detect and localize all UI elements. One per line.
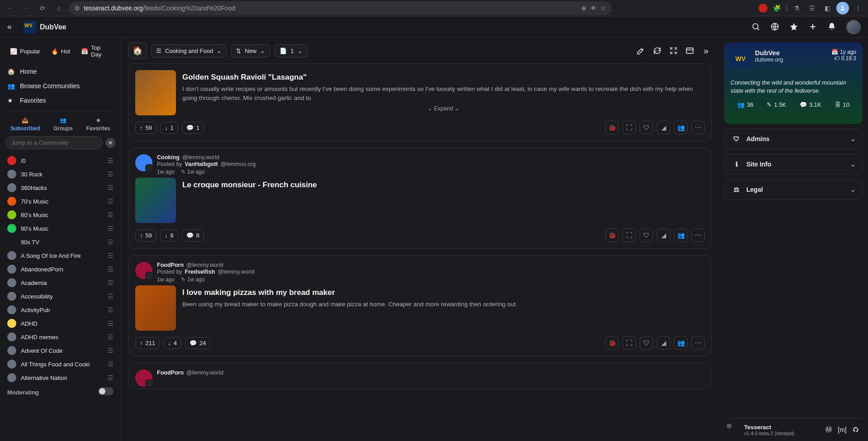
back-button[interactable]: ← [4,2,16,14]
community-item[interactable]: 30 Rock ☰ [0,167,121,181]
community-item[interactable]: AbandonedPorn ☰ [0,262,121,276]
community-item[interactable]: 80's Music ☰ [0,208,121,222]
community-menu-icon[interactable]: ☰ [108,320,114,327]
expand-sidebar-icon[interactable]: » [701,45,711,56]
community-item[interactable]: 90's Music ☰ [0,222,121,235]
community-name[interactable]: Cooking [157,154,180,161]
community-menu-icon[interactable]: ☰ [108,198,114,205]
community-item[interactable]: Alternative Nation ☰ [0,371,121,384]
post-thumbnail[interactable] [135,178,176,223]
expand-icon[interactable]: ⛶ [622,228,636,242]
author-name[interactable]: VanHalbgott [185,161,218,167]
comments-box[interactable]: 💬 1 [182,122,204,134]
home-button[interactable]: ⌂ [52,2,65,14]
community-menu-icon[interactable]: ☰ [108,184,114,191]
profile-avatar-icon[interactable] [836,2,849,14]
upvote-box[interactable]: ↑59 [135,229,157,242]
compose-icon[interactable] [636,45,646,56]
mastodon-icon[interactable]: Ⓜ [824,425,834,435]
accordion-siteinfo[interactable]: ℹ Site Info ⌄ [724,154,863,175]
card-view-icon[interactable] [684,45,695,56]
community-menu-icon[interactable]: ☰ [108,252,114,259]
community-item[interactable]: Advent Of Code ☰ [0,344,121,357]
community-menu-icon[interactable]: ☰ [108,238,114,246]
community-name[interactable]: FoodPorn [157,262,184,268]
url-bar[interactable]: ⚙ tesseract.dubvee.org/feeds/Cooking%20a… [69,1,612,15]
community-menu-icon[interactable]: ☰ [108,360,114,368]
upvote-box[interactable]: ↑211 [135,337,160,349]
community-item[interactable]: ADHD ☰ [0,317,121,330]
post-title[interactable]: Golden Squash Ravioli "Lasagna" [182,73,705,82]
author-name[interactable]: Fredselfish [185,269,215,275]
community-avatar[interactable] [135,154,152,171]
install-icon[interactable]: ⊕ [581,5,587,12]
downvote-box[interactable]: ↓ 1 [160,122,178,134]
post-thumbnail[interactable] [135,285,176,331]
post-title[interactable]: I love making pizzas with my bread maker [182,288,705,297]
community-menu-icon[interactable]: ☰ [108,157,114,164]
reload-button[interactable]: ⟳ [36,2,49,14]
expand-icon[interactable]: ⛶ [622,121,636,134]
community-item[interactable]: /0 ☰ [0,154,121,167]
community-menu-icon[interactable]: ☰ [108,225,114,232]
page-selector[interactable]: 📄 1 ⌄ [275,44,307,57]
community-item[interactable]: Academia ☰ [0,276,121,289]
flag-icon[interactable]: ◢ [657,228,670,242]
sidebar-tab-hot[interactable]: 🔥 Hot [47,42,75,61]
downvote-box[interactable]: ↓4 [163,337,181,349]
crosspost-icon[interactable]: 👥 [674,228,688,242]
compact-view-icon[interactable] [668,45,679,56]
bug-icon[interactable]: 🐞 [605,336,619,350]
bell-icon[interactable] [827,22,837,32]
community-avatar[interactable] [135,262,152,279]
community-name[interactable]: FoodPorn [157,370,184,376]
community-item[interactable]: All Things Food and Cooki ☰ [0,357,121,371]
search-icon[interactable] [751,22,761,32]
sidebar-link-favorites[interactable]: ★ Favorites [0,93,121,108]
community-menu-icon[interactable]: ☰ [108,279,114,286]
community-item[interactable]: 70's Music ☰ [0,194,121,208]
accordion-admins[interactable]: 🛡 Admins ⌄ [724,128,863,149]
reading-list-icon[interactable]: ☰ [806,2,818,14]
feed-selector[interactable]: ☰ Cooking and Food ⌄ [151,44,227,57]
bookmark-star-icon[interactable]: ☆ [600,5,606,12]
flag-icon[interactable]: ◢ [657,336,670,350]
inner-tab-groups[interactable]: 👥 Groups [53,117,73,132]
community-menu-icon[interactable]: ☰ [108,211,114,218]
community-item[interactable]: Accessibility ☰ [0,289,121,303]
brand[interactable]: DubVee [24,21,66,33]
sidebar-tab-topday[interactable]: 📅 Top Day [76,42,115,61]
post-thumbnail[interactable] [135,70,176,115]
community-menu-icon[interactable]: ☰ [108,266,114,273]
instance-domain[interactable]: dubvee.org [755,57,783,63]
comments-box[interactable]: 💬8 [182,229,204,242]
site-info-icon[interactable]: ⚙ [74,5,80,12]
github-icon[interactable] [851,425,861,435]
moderating-toggle[interactable] [98,387,114,395]
create-icon[interactable] [808,22,818,32]
expand-button[interactable]: ⌄ Expand ⌄ [182,105,705,112]
more-icon[interactable]: ⋯ [691,336,705,350]
comments-box[interactable]: 💬24 [185,337,210,349]
forward-button[interactable]: → [20,2,33,14]
inner-tab-favorites[interactable]: ★ Favorites [86,117,110,132]
crosspost-icon[interactable]: 👥 [674,336,688,350]
post-title[interactable]: Le croque monsieur - French cuisine [182,180,705,190]
downvote-box[interactable]: ↓6 [160,229,178,242]
upvote-box[interactable]: ↑ 59 [135,122,157,134]
community-menu-icon[interactable]: ☰ [108,374,114,381]
expand-icon[interactable]: ⛶ [622,336,636,350]
community-menu-icon[interactable]: ☰ [108,306,114,313]
eye-icon[interactable]: 👁 [590,5,597,12]
star-icon[interactable] [789,22,799,32]
collapse-sidebar-icon[interactable]: « [7,22,16,32]
community-menu-icon[interactable]: ☰ [108,171,114,178]
globe-icon[interactable] [770,22,780,32]
kebab-menu-icon[interactable]: ⋮ [852,2,864,14]
community-menu-icon[interactable]: ☰ [108,293,114,300]
shield-icon[interactable]: 🛡 [640,121,653,134]
extensions-icon[interactable]: 🧩 [770,2,783,14]
community-menu-icon[interactable]: ☰ [108,347,114,354]
community-item[interactable]: ActivityPub ☰ [0,303,121,317]
accordion-legal[interactable]: ⚖ Legal ⌄ [724,179,863,200]
